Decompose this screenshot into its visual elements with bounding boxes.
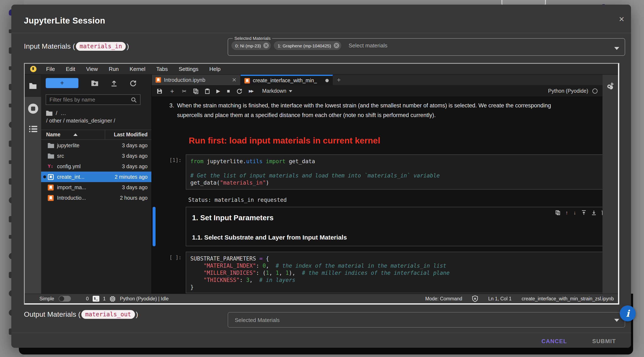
run-cell-button[interactable]: ▶: [216, 88, 220, 94]
save-button[interactable]: [157, 88, 162, 94]
column-name[interactable]: Name: [46, 132, 60, 138]
material-chip-ni[interactable]: 0: Ni (mp-23) ✕: [232, 41, 271, 50]
stop-kernel-button[interactable]: ■: [227, 88, 230, 94]
save-icon: [157, 88, 162, 94]
menu-edit[interactable]: Edit: [60, 66, 81, 72]
copy-icon: [193, 88, 198, 94]
chip-delete-icon[interactable]: ✕: [334, 43, 339, 48]
run-first-heading: Run first: load input materials in curre…: [189, 136, 380, 146]
divider: [11, 333, 631, 333]
paste-icon: [205, 88, 210, 94]
file-list: jupyterlite 3 days ago src 3 days ago Y:…: [41, 140, 151, 203]
menu-help[interactable]: Help: [204, 66, 226, 72]
kernel-status[interactable]: Python (Pyodide) | Idle: [120, 296, 168, 301]
select-materials-placeholder[interactable]: Select materials: [348, 42, 388, 49]
section-heading: 1. Set Input Parameters: [192, 214, 274, 222]
menu-run[interactable]: Run: [103, 66, 124, 72]
jupyterlite-logo-icon: [30, 66, 36, 72]
duplicate-cell-button[interactable]: [556, 210, 560, 215]
cut-cells-button[interactable]: ✂: [182, 88, 186, 94]
material-chip-graphene[interactable]: 1: Graphene (mp-1040425) ✕: [274, 41, 341, 50]
notebook-toolbar: ＋ ✂ ▶ ■ ▶▶: [152, 86, 602, 97]
menu-file[interactable]: File: [41, 66, 60, 72]
file-row[interactable]: Introductio... 2 hours ago: [41, 193, 151, 203]
run-all-button[interactable]: ▶▶: [249, 89, 253, 93]
submit-button[interactable]: SUBMIT: [589, 335, 619, 347]
new-launcher-button[interactable]: +: [46, 78, 78, 88]
breadcrumb-path[interactable]: / other / materials_designer /: [46, 118, 115, 124]
close-icon[interactable]: ×: [619, 15, 624, 24]
cell-type-dropdown[interactable]: Markdown: [262, 88, 292, 94]
insert-cell-below-button[interactable]: [592, 210, 596, 215]
info-button[interactable]: i: [620, 305, 636, 321]
execution-prompt: [ ]:: [170, 255, 182, 260]
file-row[interactable]: import_ma... 3 days ago: [41, 182, 151, 193]
tab-close-icon[interactable]: ✕: [232, 77, 236, 83]
menu-kernel[interactable]: Kernel: [124, 66, 151, 72]
sidebar-tab-toc[interactable]: [25, 125, 41, 133]
breadcrumb-ellipsis[interactable]: …: [60, 110, 66, 116]
chip-delete-icon[interactable]: ✕: [264, 43, 269, 48]
selected-materials-field[interactable]: Selected Materials 0: Ni (mp-23) ✕ 1: Gr…: [228, 36, 625, 56]
restart-kernel-button[interactable]: [237, 88, 242, 94]
simple-mode-toggle[interactable]: [59, 296, 71, 302]
markdown-cell-selected[interactable]: 1. Set Input Parameters 1.1. Select Subs…: [186, 207, 602, 246]
notebook-icon: [48, 184, 54, 190]
notebook-icon: [48, 195, 54, 201]
new-folder-button[interactable]: [92, 80, 98, 86]
insert-cell-above-button[interactable]: [582, 210, 586, 215]
output-materials-select[interactable]: Selected Materials: [228, 312, 625, 328]
sidebar-tab-files[interactable]: [25, 75, 41, 97]
menu-view[interactable]: View: [81, 66, 103, 72]
menu-tabs[interactable]: Tabs: [151, 66, 173, 72]
chevron-down-icon[interactable]: [614, 47, 619, 50]
trust-shield-icon: [472, 295, 478, 302]
cpu-icon: [110, 295, 116, 302]
file-list-header: Name Last Modified: [41, 130, 151, 140]
file-row[interactable]: src 3 days ago: [41, 151, 151, 161]
breadcrumb[interactable]: / … / other / materials_designer /: [46, 110, 115, 124]
filter-files-input[interactable]: [50, 97, 131, 103]
sidebar-tab-running[interactable]: [25, 104, 41, 114]
menu-settings[interactable]: Settings: [173, 66, 204, 72]
command-mode-indicator[interactable]: Mode: Command: [425, 296, 462, 301]
upload-icon: [111, 80, 117, 86]
chevron-down-icon: [289, 90, 292, 92]
file-row[interactable]: Y: config.yml 3 days ago: [41, 161, 151, 172]
code-cell-2[interactable]: SUBSTRATE_PARAMETERS = { "MATERIAL_INDEX…: [186, 252, 602, 293]
column-last-modified[interactable]: Last Modified: [114, 132, 148, 138]
sort-ascending-icon: [73, 133, 78, 136]
cancel-button[interactable]: CANCEL: [538, 335, 570, 347]
paste-cells-button[interactable]: [205, 88, 210, 94]
terminals-count[interactable]: 0: [86, 296, 89, 301]
kernel-indicator[interactable]: Python (Pyodide): [548, 88, 598, 94]
refresh-button[interactable]: [130, 80, 136, 86]
cursor-position[interactable]: Ln 1, Col 1: [488, 296, 512, 301]
jupyterlab-frame: File Edit View Run Kernel Tabs Settings …: [24, 63, 619, 304]
statusbar-filename: create_interface_with_min_strain_zsl.ipy…: [522, 296, 614, 301]
notebook-content[interactable]: 3. When the strain matching is finished,…: [152, 97, 602, 294]
copy-cells-button[interactable]: [193, 88, 198, 94]
gear-icon: [606, 82, 614, 91]
markdown-list-item: 3. When the strain matching is finished,…: [170, 101, 571, 120]
insert-above-icon: [582, 210, 586, 215]
insert-cell-button[interactable]: ＋: [169, 87, 175, 95]
jupyterlite-session-dialog: JupyterLite Session × Input Materials (m…: [11, 5, 631, 348]
move-cell-up-button[interactable]: ↑: [566, 210, 568, 216]
new-folder-icon: [92, 80, 98, 86]
yaml-file-icon: Y:: [48, 164, 54, 169]
tab-introduction[interactable]: Introduction.ipynb ✕: [152, 75, 241, 85]
code-cell-1[interactable]: from jupyterlite.utils import get_data #…: [186, 154, 602, 190]
file-row-selected[interactable]: create_int... 2 minutes ago: [41, 172, 151, 182]
upload-button[interactable]: [111, 80, 117, 86]
kernels-count[interactable]: 1: [103, 296, 106, 301]
property-inspector-tab[interactable]: [606, 82, 614, 91]
new-tab-button[interactable]: ＋: [333, 75, 345, 85]
tab-create-interface[interactable]: create_interface_with_min_: [241, 75, 333, 85]
kernel-running-dot: [43, 175, 46, 178]
selected-cell-indicator: [152, 207, 156, 246]
filter-files-box[interactable]: [46, 94, 140, 105]
move-cell-down-button[interactable]: ↓: [574, 210, 576, 216]
file-row[interactable]: jupyterlite 3 days ago: [41, 140, 151, 151]
output-materials-label: Output Materials (materials_out): [24, 310, 138, 319]
